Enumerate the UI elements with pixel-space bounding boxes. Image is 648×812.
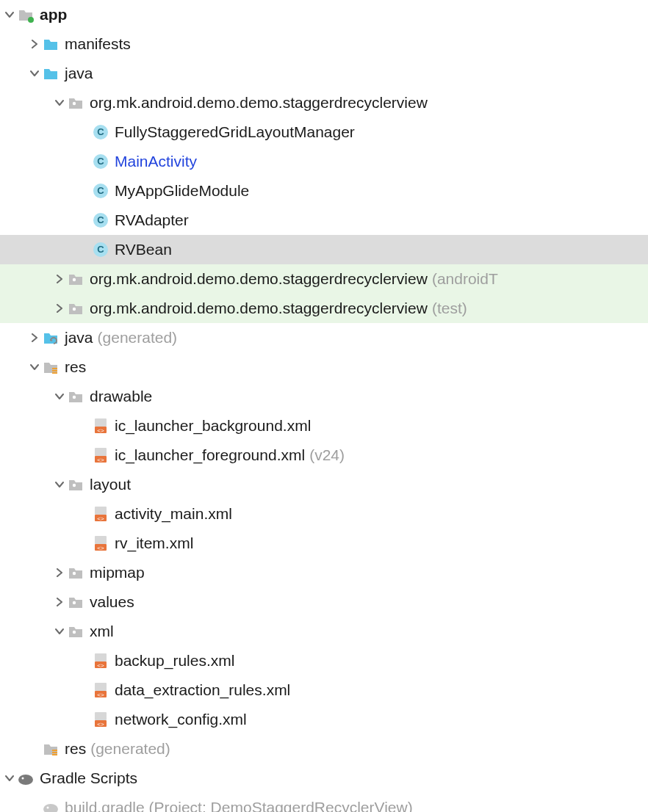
tree-row[interactable]: data_extraction_rules.xml (0, 675, 648, 705)
chevron-down-icon[interactable] (4, 10, 15, 20)
chevron-right-icon[interactable] (54, 274, 65, 284)
tree-row[interactable]: res (0, 352, 648, 382)
tree-item-suffix: (androidT (432, 270, 498, 288)
tree-row[interactable]: FullyStaggeredGridLayoutManager (0, 117, 648, 147)
chevron-down-icon[interactable] (54, 479, 65, 490)
tree-item-suffix: (generated) (90, 740, 170, 758)
tree-row[interactable]: build.gradle(Project: DemoStaggerdRecycl… (0, 793, 648, 812)
tree-item-suffix: (generated) (98, 329, 178, 347)
tree-row[interactable]: res(generated) (0, 734, 648, 764)
package-icon (68, 565, 84, 581)
chevron-down-icon[interactable] (54, 391, 65, 402)
tree-row[interactable]: java(generated) (0, 323, 648, 352)
folder-icon (43, 36, 59, 52)
tree-row[interactable]: RVBean (0, 235, 648, 264)
xml-icon (93, 506, 109, 522)
tree-item-label: mipmap (90, 564, 145, 581)
tree-row[interactable]: Gradle Scripts (0, 764, 648, 793)
tree-row[interactable]: ic_launcher_foreground.xml(v24) (0, 441, 648, 470)
tree-row[interactable]: rv_item.xml (0, 529, 648, 558)
package-icon (68, 594, 84, 610)
tree-item-label: Gradle Scripts (40, 769, 137, 787)
xml-icon (93, 418, 109, 434)
tree-item-label: drawable (90, 388, 152, 405)
res-root-icon (43, 741, 59, 757)
folder-icon (43, 65, 59, 81)
arrow-spacer (79, 509, 90, 519)
arrow-spacer (79, 156, 90, 167)
tree-item-suffix: (test) (432, 300, 467, 317)
xml-icon (93, 653, 109, 669)
tree-row[interactable]: layout (0, 470, 648, 499)
arrow-spacer (79, 215, 90, 225)
arrow-spacer (79, 421, 90, 431)
tree-item-label: java (65, 65, 93, 82)
chevron-right-icon[interactable] (54, 597, 65, 607)
class-icon (93, 183, 109, 199)
tree-row[interactable]: backup_rules.xml (0, 646, 648, 675)
chevron-down-icon[interactable] (54, 98, 65, 108)
tree-row[interactable]: MainActivity (0, 147, 648, 176)
xml-icon (93, 682, 109, 698)
tree-item-label: res (65, 358, 86, 376)
class-icon (93, 242, 109, 258)
chevron-down-icon[interactable] (4, 773, 15, 783)
arrow-spacer (29, 802, 40, 812)
tree-item-label: build.gradle (65, 799, 145, 812)
class-icon (93, 212, 109, 228)
chevron-right-icon[interactable] (29, 333, 40, 343)
chevron-down-icon[interactable] (29, 362, 40, 372)
tree-row[interactable]: org.mk.android.demo.demo.staggerdrecycle… (0, 88, 648, 117)
tree-item-label: org.mk.android.demo.demo.staggerdrecycle… (90, 300, 428, 317)
chevron-right-icon[interactable] (54, 568, 65, 578)
tree-item-label: backup_rules.xml (115, 652, 234, 670)
package-icon (68, 95, 84, 111)
tree-row[interactable]: activity_main.xml (0, 499, 648, 529)
tree-item-label: ic_launcher_foreground.xml (115, 446, 305, 464)
project-tree[interactable]: appmanifestsjavaorg.mk.android.demo.demo… (0, 0, 648, 812)
tree-item-label: manifests (65, 35, 131, 53)
tree-row[interactable]: MyAppGlideModule (0, 176, 648, 206)
xml-icon (93, 447, 109, 463)
res-root-icon (43, 359, 59, 375)
chevron-right-icon[interactable] (29, 39, 40, 49)
tree-item-label: FullyStaggeredGridLayoutManager (115, 123, 355, 141)
tree-row[interactable]: network_config.xml (0, 705, 648, 734)
tree-row[interactable]: manifests (0, 29, 648, 59)
tree-row[interactable]: values (0, 587, 648, 617)
arrow-spacer (79, 127, 90, 137)
chevron-right-icon[interactable] (54, 303, 65, 313)
package-icon (68, 271, 84, 287)
tree-row[interactable]: drawable (0, 382, 648, 411)
package-icon (68, 300, 84, 316)
chevron-down-icon[interactable] (54, 626, 65, 637)
arrow-spacer (79, 186, 90, 196)
tree-item-label: org.mk.android.demo.demo.staggerdrecycle… (90, 94, 428, 112)
package-icon (68, 476, 84, 493)
class-icon (93, 124, 109, 140)
tree-item-label: layout (90, 476, 131, 493)
tree-row[interactable]: xml (0, 617, 648, 646)
tree-item-label: values (90, 593, 134, 611)
tree-row[interactable]: org.mk.android.demo.demo.staggerdrecycle… (0, 264, 648, 294)
tree-row[interactable]: ic_launcher_background.xml (0, 411, 648, 441)
arrow-spacer (79, 656, 90, 666)
arrow-spacer (79, 714, 90, 725)
tree-row[interactable]: java (0, 59, 648, 88)
tree-item-label: res (65, 740, 86, 758)
tree-item-label: rv_item.xml (115, 534, 193, 552)
arrow-spacer (79, 450, 90, 460)
module-icon (18, 7, 34, 23)
tree-item-label: network_config.xml (115, 711, 247, 728)
tree-row[interactable]: app (0, 0, 648, 29)
xml-icon (93, 535, 109, 551)
chevron-down-icon[interactable] (29, 68, 40, 79)
tree-item-label: data_extraction_rules.xml (115, 681, 290, 699)
tree-item-label: MainActivity (115, 153, 197, 170)
class-icon (93, 153, 109, 170)
tree-row[interactable]: RVAdapter (0, 206, 648, 235)
tree-item-suffix: (v24) (309, 446, 345, 464)
tree-row[interactable]: mipmap (0, 558, 648, 587)
tree-item-label: java (65, 329, 93, 347)
tree-row[interactable]: org.mk.android.demo.demo.staggerdrecycle… (0, 294, 648, 323)
